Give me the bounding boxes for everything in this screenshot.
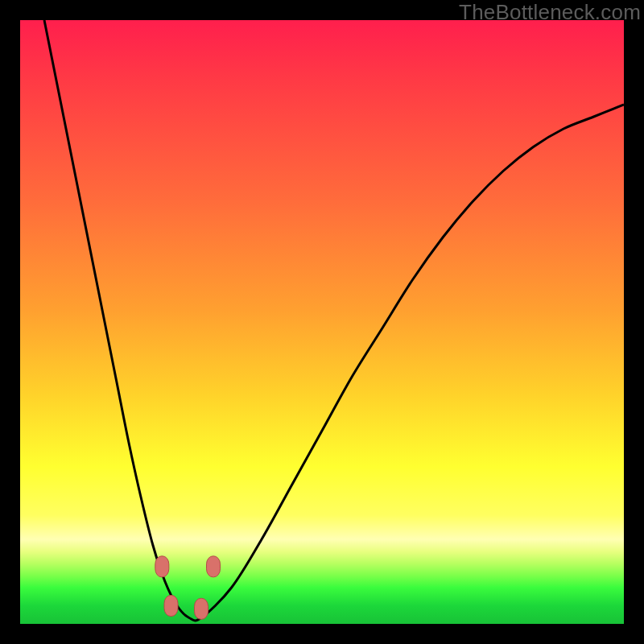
- marker-left-upper: [155, 556, 169, 577]
- marker-right-upper: [207, 556, 221, 577]
- marker-left-lower: [164, 596, 178, 617]
- marker-right-lower: [195, 598, 208, 619]
- curve-layer: [20, 20, 624, 624]
- bottleneck-curve: [44, 20, 624, 621]
- plot-area: [20, 20, 624, 624]
- chart-frame: TheBottleneck.com: [0, 0, 644, 644]
